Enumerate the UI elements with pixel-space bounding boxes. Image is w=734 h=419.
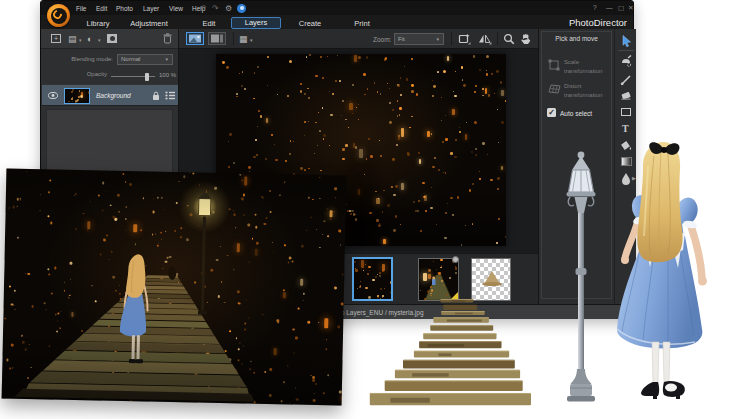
opacity-slider-handle[interactable] [145, 73, 149, 81]
lock-icon [152, 91, 160, 101]
trash-icon[interactable] [163, 33, 172, 44]
redo-icon[interactable]: ↷ [212, 4, 219, 13]
girl-cutout [598, 136, 728, 404]
brush-tool-icon[interactable] [620, 74, 632, 86]
lamp-neck [575, 197, 588, 213]
girl-left-hand [621, 256, 629, 264]
layer-thumbnail[interactable] [64, 88, 90, 104]
girl-right-hand [698, 277, 707, 286]
flip-icon[interactable] [478, 33, 492, 45]
canvas-silhouette [344, 146, 380, 246]
view-single-icon[interactable] [186, 32, 204, 45]
zoom-label: Zoom: [373, 36, 391, 43]
add-layer-icon[interactable]: + [51, 34, 61, 43]
tab-library[interactable]: Library [87, 19, 110, 28]
opacity-label: Opacity [55, 71, 107, 77]
layer-visibility-eye-icon[interactable] [48, 92, 58, 99]
tab-layers[interactable]: Layers [231, 17, 281, 29]
boardwalk-planks [370, 299, 531, 405]
close-button[interactable]: ✕ [628, 4, 633, 12]
scale-transform-label[interactable]: Scale transformation [564, 58, 610, 76]
tab-edit[interactable]: Edit [203, 19, 216, 28]
menu-photo[interactable]: Photo [116, 5, 133, 12]
zoom-caret-icon: ▼ [436, 37, 440, 42]
maximize-button[interactable]: ▢ [618, 4, 624, 12]
canvas-toolbar: ▦ ▾ Zoom: Fit ▼ [179, 29, 538, 49]
quick-select-brush-tool-icon[interactable] [620, 55, 632, 67]
layer-name: Background [96, 92, 131, 99]
distort-transform-icon[interactable] [548, 83, 561, 95]
girl-left-leg [652, 342, 659, 383]
toolbar-separator [451, 32, 452, 45]
distort-transform-label[interactable]: Distort transformation [564, 82, 610, 100]
lamp-base-drum [570, 384, 592, 396]
mask-icon-hole [110, 36, 115, 41]
grid-caret-icon: ▾ [250, 37, 253, 43]
thumb-cone-base [482, 282, 502, 286]
lamp-base-flare [571, 369, 592, 384]
auto-select-checkbox[interactable]: ✓ [547, 108, 556, 117]
gear-icon[interactable]: ⚙ [225, 4, 232, 13]
tool-strip-divider [618, 50, 634, 51]
girl-hair [637, 142, 682, 262]
layer-list-icon[interactable]: ▤ [68, 34, 77, 44]
menu-layer[interactable]: Layer [143, 5, 159, 12]
cyberlink-logo-icon [47, 4, 70, 27]
girl-right-leg [663, 342, 670, 383]
thumb-link-badge [452, 256, 459, 263]
layer-list-caret-icon: ▾ [79, 37, 82, 43]
opacity-value: 100 % [159, 72, 176, 78]
tab-layers-label: Layers [245, 18, 268, 27]
layer-row-background[interactable]: Background [42, 84, 178, 106]
help-button[interactable]: ? [593, 4, 597, 11]
pick-move-tool-icon[interactable] [621, 35, 632, 47]
zoom-tool-icon[interactable] [503, 33, 515, 45]
menu-file[interactable]: File [76, 5, 86, 12]
opacity-slider[interactable] [111, 76, 155, 78]
thumb-image [354, 259, 391, 299]
layer-options-icon[interactable] [165, 91, 175, 100]
photo-scene-overlay [2, 168, 347, 405]
rotate-icon[interactable] [458, 33, 471, 45]
tool-options-header: Pick and move [542, 35, 611, 42]
undo-icon[interactable]: ↶ [200, 4, 207, 13]
lamp-pole-ring [576, 268, 587, 275]
zoom-select[interactable]: Fit ▼ [394, 33, 444, 45]
minimize-button[interactable]: — [606, 4, 613, 11]
grid-overlay-icon[interactable]: ▦ [239, 34, 248, 44]
blending-mode-label: Blending mode: [55, 56, 113, 62]
tab-create[interactable]: Create [299, 19, 322, 28]
toolbar-separator [233, 32, 234, 45]
menu-view[interactable]: View [169, 5, 183, 12]
text-tool-icon[interactable]: T [622, 123, 629, 134]
blending-caret-icon: ▼ [165, 57, 169, 62]
app-badge-icon[interactable] [237, 4, 246, 13]
girl-left-shoe [641, 382, 659, 396]
eraser-tool-icon[interactable] [620, 90, 632, 101]
marquee-select-tool-icon[interactable] [621, 108, 631, 116]
pan-hand-icon[interactable] [520, 33, 531, 45]
tab-adjustment[interactable]: Adjustment [130, 19, 168, 28]
auto-select-label: Auto select [560, 110, 592, 117]
mask-icon[interactable] [107, 34, 117, 43]
zoom-value: Fit [398, 36, 405, 42]
blending-mode-select[interactable]: Normal ▼ [117, 54, 173, 65]
layers-panel-toolbar: + ▤ ▾ ◐ ▾ [41, 29, 178, 49]
tab-print[interactable]: Print [354, 19, 369, 28]
adjustment-caret-icon: ▾ [98, 37, 101, 43]
app-badge-dot [240, 6, 244, 10]
boardwalk-cutout [366, 294, 550, 410]
scale-transform-icon[interactable] [548, 59, 560, 71]
lamp-cap [572, 156, 590, 170]
menu-edit[interactable]: Edit [96, 5, 107, 12]
screenshot-stage: File Edit Photo Layer View Help ↶ ↷ ⚙ ? … [0, 0, 734, 419]
adjustment-layer-icon[interactable]: ◐ [87, 34, 92, 44]
lamp-base-foot [567, 396, 595, 402]
lamp-pole [578, 213, 584, 369]
girl-right-arm [691, 226, 702, 278]
composite-photo [2, 168, 347, 405]
girl-left-arm [625, 220, 638, 258]
blending-mode-value: Normal [121, 56, 140, 62]
toolbar-separator [497, 32, 498, 45]
view-compare-icon[interactable] [208, 32, 226, 45]
